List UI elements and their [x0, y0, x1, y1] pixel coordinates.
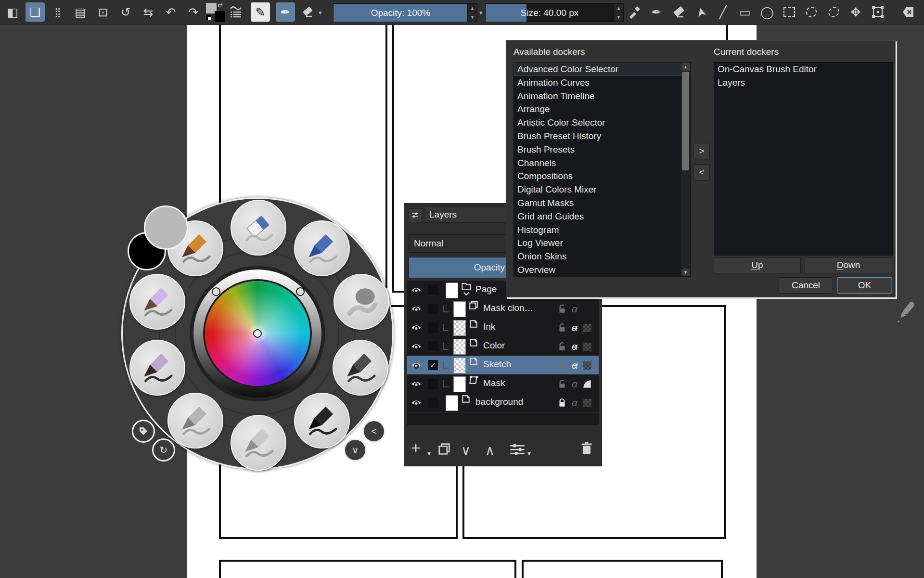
docker-list-item[interactable]: Overview: [514, 263, 690, 277]
layer-thumbnail[interactable]: [453, 339, 466, 355]
tool-transform-tool[interactable]: [868, 2, 887, 22]
layer-lock-icon[interactable]: [556, 303, 568, 315]
opacity-slider[interactable]: Opacity: 100%: [333, 3, 468, 22]
tool-freehand-brush-tool[interactable]: ✒: [647, 2, 666, 22]
layer-alpha-lock-icon[interactable]: [581, 341, 593, 352]
layer-alpha-icon[interactable]: α: [569, 303, 580, 315]
brush-option-slider-button[interactable]: [226, 2, 245, 22]
docker-list-item[interactable]: Artistic Color Selector: [514, 116, 690, 129]
layer-row-sketch[interactable]: ✓Sketchα: [407, 356, 599, 375]
docker-list-item[interactable]: Log Viewer: [514, 236, 690, 250]
toolbar-button-new-image[interactable]: ❑: [26, 2, 45, 22]
docker-list-item[interactable]: Animation Timeline: [514, 90, 690, 103]
layer-thumbnail[interactable]: [446, 283, 458, 298]
preset-eraser-small-blue[interactable]: [294, 220, 350, 276]
layer-thumbnail[interactable]: [453, 320, 466, 336]
down-button[interactable]: Down: [805, 257, 892, 273]
tool-select-shapes-tool[interactable]: ➤: [691, 2, 710, 22]
docker-list-item[interactable]: Gamut Masks: [514, 196, 690, 210]
current-color-swatch[interactable]: [144, 206, 188, 250]
scrollbar-thumb[interactable]: [682, 72, 689, 170]
scroll-down-button[interactable]: ▼: [681, 269, 690, 276]
preset-airbrush-soft[interactable]: [334, 274, 389, 330]
layer-alpha-lock-icon[interactable]: [581, 397, 593, 409]
layer-active-checkbox[interactable]: ✓: [428, 360, 438, 370]
layer-name[interactable]: Sketch: [483, 359, 511, 370]
layer-visibility-eye-icon[interactable]: [411, 284, 422, 296]
toolbar-button-workspace-chooser[interactable]: ◧: [3, 2, 22, 22]
tool-rectangle-tool[interactable]: ▭: [735, 2, 755, 22]
add-layer-button[interactable]: +: [411, 440, 421, 455]
layer-row-mask-clon-[interactable]: Mask clon…α: [407, 299, 599, 319]
preset-eraser-large[interactable]: [231, 200, 286, 256]
layer-visibility-eye-icon[interactable]: [411, 322, 422, 334]
opacity-spinner[interactable]: ▲▼: [467, 3, 477, 22]
current-docker-item[interactable]: On-Canvas Brush Editor: [714, 63, 892, 76]
layer-name[interactable]: background: [475, 397, 523, 407]
move-layer-up-button[interactable]: ∧: [485, 443, 495, 458]
docker-list-item[interactable]: Arrange: [514, 103, 690, 116]
move-layer-down-button[interactable]: ∨: [461, 443, 471, 458]
layer-row-ink[interactable]: Inkα: [407, 318, 599, 337]
preset-stylus-silver[interactable]: [167, 393, 223, 449]
size-slider[interactable]: Size: 40.00 px: [485, 3, 614, 22]
scrollbar[interactable]: ▲ ▼: [681, 63, 690, 276]
toolbar-button-undo[interactable]: ↶: [161, 2, 180, 22]
cancel-button[interactable]: Cancel: [779, 277, 833, 294]
layer-lock-icon[interactable]: [556, 322, 568, 334]
move-right-button[interactable]: >: [693, 143, 710, 159]
layer-lock-icon[interactable]: [556, 341, 568, 352]
more-presets-button[interactable]: ∨: [344, 438, 367, 462]
freehand-brush-button[interactable]: ✒: [276, 2, 295, 22]
layer-visibility-eye-icon[interactable]: [411, 303, 422, 315]
size-spinner[interactable]: ▲▼: [614, 3, 624, 22]
opacity-dropdown-icon[interactable]: ▾: [479, 9, 483, 16]
preset-ink-brush-dark[interactable]: [129, 340, 185, 396]
delete-layer-button[interactable]: [580, 441, 593, 456]
toolbar-button-mirror-view[interactable]: ⇆: [139, 2, 158, 22]
toolbar-button-grid[interactable]: ⣿: [48, 2, 67, 22]
layer-active-checkbox[interactable]: [428, 285, 438, 295]
tool-freehand-select-tool[interactable]: [824, 2, 843, 22]
layer-active-checkbox[interactable]: [428, 379, 438, 389]
layer-alpha-lock-icon[interactable]: [581, 360, 593, 371]
value-ring-handle[interactable]: [212, 287, 220, 296]
value-ring-handle[interactable]: [296, 287, 305, 296]
tool-rect-select-tool[interactable]: [780, 2, 799, 22]
layer-alpha-icon[interactable]: α: [569, 322, 580, 334]
tool-eraser-tool[interactable]: [669, 2, 688, 22]
brush-editor-button[interactable]: ✎: [251, 2, 270, 22]
preset-marker-black[interactable]: [294, 393, 350, 449]
docker-list-item[interactable]: Grid and Guides: [514, 210, 690, 223]
preset-pen-silver[interactable]: [231, 415, 286, 471]
layer-active-checkbox[interactable]: [428, 341, 438, 351]
toolbar-button-redo[interactable]: ↷: [184, 2, 203, 22]
layer-active-checkbox[interactable]: [428, 398, 438, 408]
tag-button[interactable]: [132, 420, 155, 443]
docker-list-item[interactable]: Advanced Color Selector: [514, 63, 690, 76]
layer-row-background[interactable]: backgroundα: [407, 393, 599, 412]
duplicate-layer-button[interactable]: [437, 442, 451, 456]
ok-button[interactable]: OK: [837, 277, 892, 294]
layer-visibility-eye-icon[interactable]: [411, 360, 422, 371]
layer-name[interactable]: Mask clon…: [483, 303, 534, 313]
tool-ellipse-tool[interactable]: ◯: [757, 2, 777, 22]
layer-visibility-eye-icon[interactable]: [411, 397, 422, 409]
layer-properties-menu-icon[interactable]: ▾: [527, 446, 531, 461]
layer-lock-icon[interactable]: [556, 360, 568, 371]
reload-presets-button[interactable]: ↻: [152, 438, 175, 462]
layer-thumbnail[interactable]: [453, 358, 466, 373]
layer-thumbnail[interactable]: [446, 395, 458, 411]
docker-options-button[interactable]: [408, 208, 422, 222]
eraser-preset-button[interactable]: [298, 2, 317, 22]
color-wheel-handle[interactable]: [253, 329, 262, 338]
docker-list-item[interactable]: Channels: [514, 156, 690, 170]
layer-mask-icon[interactable]: [581, 378, 593, 390]
layer-active-checkbox[interactable]: [428, 322, 438, 333]
docker-list-item[interactable]: Animation Curves: [514, 76, 690, 90]
layer-active-checkbox[interactable]: [428, 304, 438, 314]
tool-color-sampler[interactable]: [625, 2, 644, 22]
layer-lock-icon[interactable]: [556, 378, 568, 390]
layer-name[interactable]: Page: [475, 284, 497, 295]
docker-list-item[interactable]: Onion Skins: [514, 250, 690, 263]
